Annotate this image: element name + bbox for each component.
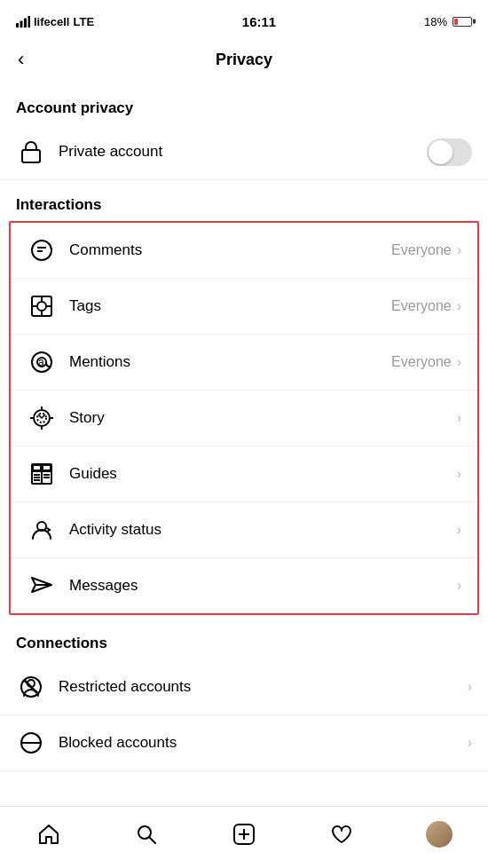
status-bar: lifecell LTE 16:11 18% (0, 0, 488, 39)
svg-rect-2 (24, 18, 27, 28)
restricted-accounts-label: Restricted accounts (59, 678, 468, 696)
story-item[interactable]: Story › (11, 391, 477, 446)
svg-rect-3 (28, 16, 31, 28)
restricted-accounts-item[interactable]: Restricted accounts › (0, 659, 488, 715)
blocked-icon (16, 728, 46, 758)
battery-fill (454, 19, 458, 25)
story-label: Story (69, 409, 452, 427)
comments-value: Everyone (391, 242, 452, 258)
tags-label: Tags (69, 297, 391, 315)
network-type: LTE (73, 15, 94, 28)
connections-section-header: Connections (0, 619, 488, 659)
messages-chevron: › (457, 579, 461, 593)
battery-icon (453, 17, 472, 27)
svg-line-40 (150, 837, 156, 843)
main-content: Account privacy Private account Interact… (0, 83, 488, 842)
back-button[interactable]: ‹ (14, 46, 28, 73)
blocked-accounts-label: Blocked accounts (59, 734, 468, 752)
svg-rect-25 (43, 465, 51, 470)
activity-status-item[interactable]: Activity status › (11, 502, 477, 558)
connections-section: Connections Restricted accounts › (0, 619, 488, 771)
battery-info: 18% (424, 15, 472, 28)
page-title: Privacy (216, 51, 272, 69)
mention-icon: a (27, 347, 57, 377)
mentions-label: Mentions (69, 353, 391, 371)
comments-label: Comments (69, 241, 391, 259)
mentions-item[interactable]: a Mentions Everyone › (11, 335, 477, 391)
toggle-knob (429, 140, 453, 164)
private-account-item[interactable]: Private account (0, 124, 488, 180)
carrier-info: lifecell LTE (16, 15, 94, 28)
tags-chevron: › (457, 299, 461, 313)
comment-icon (27, 235, 57, 265)
guides-item[interactable]: Guides › (11, 446, 477, 502)
nav-home[interactable] (27, 812, 71, 856)
battery-percent: 18% (424, 15, 447, 28)
restricted-chevron: › (468, 680, 472, 694)
bottom-navigation (0, 806, 488, 868)
mentions-chevron: › (457, 355, 461, 369)
nav-search[interactable] (124, 812, 169, 856)
comments-chevron: › (457, 243, 461, 257)
restricted-icon (16, 672, 46, 702)
tags-value: Everyone (391, 298, 452, 314)
nav-heart[interactable] (319, 812, 364, 856)
svg-text:a: a (38, 356, 44, 368)
svg-rect-0 (16, 23, 19, 28)
guides-label: Guides (69, 465, 452, 483)
guides-icon (27, 459, 57, 489)
messages-icon (27, 571, 57, 601)
svg-rect-24 (33, 465, 41, 470)
tag-icon (27, 291, 57, 321)
interactions-highlight-box: Comments Everyone › Tags Everyone › (9, 221, 479, 615)
svg-rect-4 (22, 150, 40, 162)
activity-status-chevron: › (457, 523, 461, 537)
nav-profile[interactable] (417, 812, 461, 856)
messages-label: Messages (69, 577, 452, 595)
account-privacy-section-header: Account privacy (0, 83, 488, 124)
carrier-name: lifecell (34, 15, 69, 28)
private-account-label: Private account (59, 143, 427, 161)
svg-point-7 (37, 302, 46, 311)
profile-avatar (426, 821, 453, 848)
blocked-accounts-item[interactable]: Blocked accounts › (0, 715, 488, 771)
blocked-chevron: › (468, 736, 472, 750)
activity-icon (27, 515, 57, 545)
lock-icon (16, 137, 46, 167)
story-icon (27, 403, 57, 433)
story-chevron: › (457, 411, 461, 425)
private-account-toggle[interactable] (427, 138, 472, 166)
tags-item[interactable]: Tags Everyone › (11, 279, 477, 335)
header: ‹ Privacy (0, 39, 488, 83)
interactions-section-header: Interactions (0, 180, 488, 221)
activity-status-label: Activity status (69, 521, 452, 539)
comments-item[interactable]: Comments Everyone › (11, 223, 477, 279)
svg-rect-1 (20, 20, 23, 28)
status-time: 16:11 (242, 14, 276, 29)
nav-add[interactable] (222, 812, 266, 856)
messages-item[interactable]: Messages › (11, 558, 477, 613)
guides-chevron: › (457, 467, 461, 481)
mentions-value: Everyone (391, 354, 452, 370)
